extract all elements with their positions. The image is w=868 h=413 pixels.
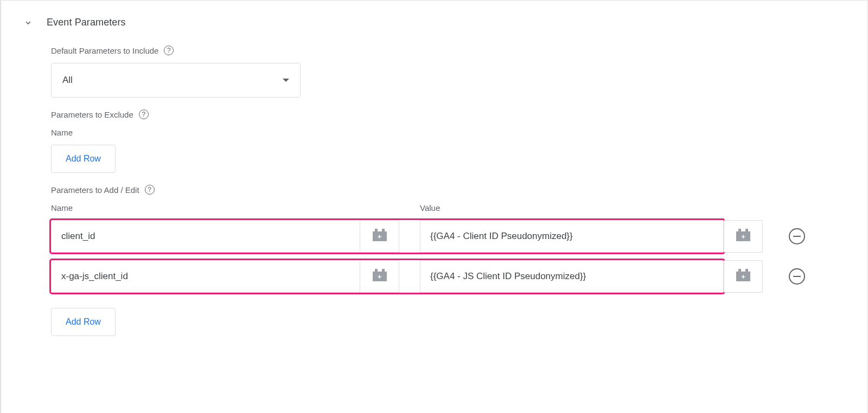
block-plus-icon	[373, 272, 387, 281]
default-params-label: Default Parameters to Include ?	[51, 46, 846, 55]
help-icon[interactable]: ?	[164, 46, 174, 55]
param-name-input[interactable]	[51, 220, 360, 253]
section-title: Event Parameters	[47, 17, 126, 28]
name-header: Name	[51, 203, 420, 212]
add-row-exclude-button[interactable]: Add Row	[51, 145, 116, 173]
block-plus-icon	[736, 231, 750, 241]
param-name-input[interactable]	[51, 260, 360, 293]
add-row-addedit-button[interactable]: Add Row	[51, 308, 116, 336]
block-plus-icon	[736, 272, 750, 281]
param-value-input[interactable]	[420, 260, 724, 293]
value-header: Value	[420, 203, 846, 212]
chevron-down-icon	[283, 79, 289, 82]
variable-picker-button[interactable]	[724, 220, 763, 253]
param-row	[51, 260, 846, 293]
variable-picker-button[interactable]	[360, 260, 399, 293]
variable-picker-button[interactable]	[360, 220, 399, 253]
remove-row-button[interactable]	[789, 268, 805, 285]
block-plus-icon	[373, 231, 387, 241]
name-column-label: Name	[51, 128, 846, 137]
help-icon[interactable]: ?	[145, 185, 155, 195]
param-row	[51, 220, 846, 253]
variable-picker-button[interactable]	[724, 260, 763, 293]
param-value-input[interactable]	[420, 220, 724, 253]
help-icon[interactable]: ?	[139, 109, 149, 119]
remove-row-button[interactable]	[789, 228, 805, 244]
add-edit-params-label: Parameters to Add / Edit ?	[51, 185, 846, 195]
collapse-toggle[interactable]	[23, 17, 34, 28]
default-params-select[interactable]: All	[51, 63, 301, 98]
exclude-params-label: Parameters to Exclude ?	[51, 109, 846, 119]
